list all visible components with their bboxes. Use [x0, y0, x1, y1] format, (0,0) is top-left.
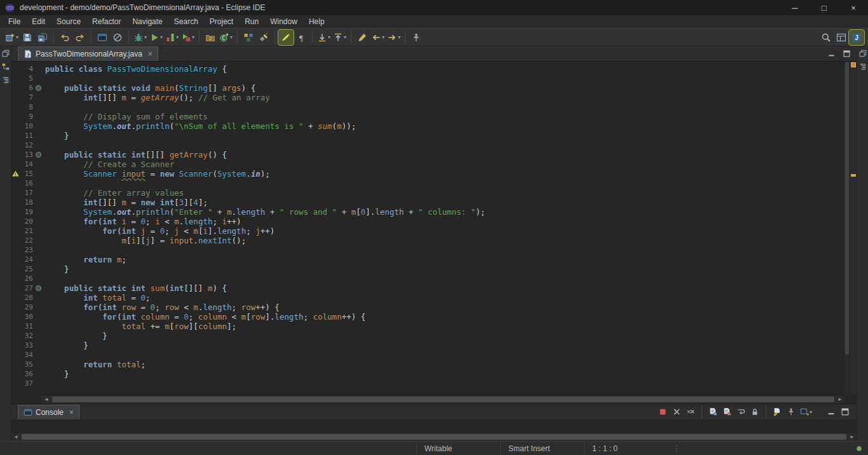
editor-tab[interactable]: J PassTwoDimensionalArray.java × [18, 46, 158, 61]
line-number[interactable]: 26 [20, 274, 35, 283]
minimize-editor-button[interactable] [825, 48, 837, 60]
code-line-12[interactable] [42, 140, 844, 150]
console-horizontal-scrollbar[interactable]: ◄ ► [11, 432, 857, 441]
line-number[interactable]: 6 [20, 83, 35, 93]
console-output[interactable]: PassTwoDimensionalArray [Java Applicatio… [11, 419, 857, 432]
redo-button[interactable] [72, 30, 88, 45]
forward-history-dropdown-icon[interactable]: ▾ [398, 34, 400, 40]
scroll-right-arrow[interactable]: ► [836, 395, 844, 404]
window-maximize-button[interactable]: □ [810, 0, 839, 15]
save-button[interactable] [20, 30, 35, 45]
line-number[interactable]: 28 [20, 293, 35, 302]
line-number[interactable]: 4 [20, 64, 35, 74]
line-number[interactable]: 20 [20, 217, 35, 226]
line-number[interactable]: 24 [20, 255, 35, 264]
toggle-mark-occurrences-button[interactable] [278, 30, 294, 45]
code-line-10[interactable]: System.out.println("\nSum of all element… [42, 121, 844, 131]
line-number[interactable]: 36 [20, 369, 35, 379]
show-console-on-stderr-button[interactable] [721, 405, 733, 418]
code-line-16[interactable] [42, 179, 844, 188]
folding-marker[interactable] [36, 152, 41, 158]
scroll-left-arrow[interactable]: ◄ [42, 395, 51, 404]
minimized-package-explorer-button[interactable] [1, 62, 10, 71]
code-line-25[interactable]: } [42, 264, 844, 274]
line-number-ruler[interactable]: 4567891011121314151617181920212223242526… [20, 62, 35, 395]
run-button[interactable]: ▾ [148, 30, 164, 45]
run-dropdown-icon[interactable]: ▾ [160, 34, 163, 40]
scrollbar-track[interactable] [51, 395, 836, 404]
menu-search[interactable]: Search [168, 16, 204, 27]
minimized-outline-button[interactable] [858, 62, 867, 71]
code-line-21[interactable]: for(int j = 0; j < m[i].length; j++) [42, 226, 844, 236]
overview-warning-marker[interactable] [851, 174, 856, 177]
code-line-14[interactable]: // Create a Scanner [42, 160, 844, 169]
annotation-summary-icon[interactable] [851, 62, 856, 67]
code-line-6[interactable]: public static void main(String[] args) { [42, 83, 844, 93]
folding-marker[interactable] [36, 85, 41, 91]
scroll-right-arrow[interactable]: ► [848, 433, 857, 442]
folding-ruler[interactable] [35, 62, 42, 395]
restore-right-views-button[interactable] [858, 49, 867, 58]
line-number[interactable]: 21 [20, 226, 35, 236]
line-number[interactable]: 37 [20, 379, 35, 388]
line-number[interactable]: 32 [20, 331, 35, 341]
line-number[interactable]: 12 [20, 140, 35, 150]
menu-window[interactable]: Window [264, 16, 303, 27]
menu-refactor[interactable]: Refactor [86, 16, 126, 27]
notification-icon[interactable] [855, 445, 863, 452]
code-line-28[interactable]: int total = 0; [42, 293, 844, 302]
scrollbar-track[interactable] [20, 433, 848, 441]
run-external-tools-button[interactable]: ▾ [180, 30, 196, 45]
debug-dropdown-icon[interactable]: ▾ [144, 34, 147, 40]
vertical-scrollbar-thumb[interactable] [845, 62, 849, 355]
run-external-tools-dropdown-icon[interactable]: ▾ [192, 34, 194, 40]
editor-horizontal-scrollbar[interactable]: ◄ ► [42, 395, 844, 404]
code-line-36[interactable]: } [42, 369, 844, 379]
line-number[interactable]: 10 [20, 121, 35, 131]
code-line-15[interactable]: Scanner input = new Scanner(System.in); [42, 169, 844, 179]
editor-vertical-scrollbar[interactable] [844, 62, 850, 395]
line-number[interactable]: 19 [20, 207, 35, 217]
open-type-button[interactable] [241, 30, 256, 45]
java-perspective-button[interactable]: J [849, 30, 864, 45]
menu-project[interactable]: Project [204, 16, 239, 27]
back-history-button[interactable]: ▾ [370, 30, 386, 45]
skip-all-breakpoints-button[interactable] [110, 30, 125, 45]
line-number[interactable]: 35 [20, 360, 35, 369]
horizontal-scrollbar-thumb[interactable] [22, 434, 846, 440]
code-line-17[interactable]: // Enter array values [42, 188, 844, 198]
new-wizard-dropdown-icon[interactable]: ▾ [16, 34, 18, 40]
code-line-32[interactable]: } [42, 331, 844, 341]
code-line-7[interactable]: int[][] m = getArray(); // Get an array [42, 93, 844, 102]
new-java-class-dropdown-icon[interactable]: ▾ [230, 34, 233, 40]
code-line-4[interactable]: public class PassTwoDimensionalArray { [42, 64, 844, 74]
open-perspective-button[interactable] [834, 30, 849, 45]
coverage-button[interactable]: ▾ [164, 30, 180, 45]
pin-editor-button[interactable] [409, 30, 424, 45]
menu-file[interactable]: File [3, 16, 26, 27]
code-line-34[interactable] [42, 350, 844, 360]
search-button[interactable] [256, 30, 271, 45]
word-wrap-button[interactable] [735, 405, 747, 418]
line-number[interactable]: 5 [20, 74, 35, 83]
code-line-13[interactable]: public static int[][] getArray() { [42, 150, 844, 160]
open-console-button[interactable]: ▾ [799, 405, 813, 418]
code-line-26[interactable] [42, 274, 844, 283]
remove-launch-button[interactable] [670, 405, 683, 418]
code-line-5[interactable] [42, 74, 844, 83]
remove-all-terminated-button[interactable] [684, 405, 697, 418]
clear-console-button[interactable] [771, 405, 783, 418]
menu-navigate[interactable]: Navigate [126, 16, 168, 27]
new-java-project-button[interactable]: J [203, 30, 218, 45]
minimized-view-button[interactable] [1, 76, 10, 85]
code-line-35[interactable]: return total; [42, 360, 844, 369]
horizontal-scrollbar-thumb[interactable] [52, 397, 834, 402]
line-number[interactable]: 13 [20, 150, 35, 160]
code-line-23[interactable] [42, 245, 844, 255]
line-number[interactable]: 25 [20, 264, 35, 274]
window-minimize-button[interactable]: ─ [780, 0, 810, 15]
console-view-button[interactable] [95, 30, 110, 45]
window-close-button[interactable]: × [839, 0, 868, 15]
scroll-left-arrow[interactable]: ◄ [11, 433, 20, 442]
terminate-button[interactable] [656, 405, 669, 418]
